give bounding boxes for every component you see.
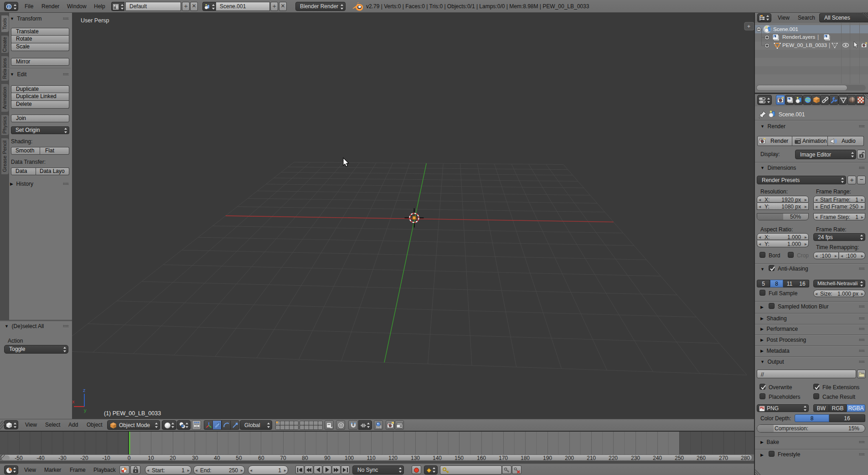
- svg-text:140: 140: [433, 455, 442, 461]
- svg-text:30: 30: [192, 455, 198, 461]
- svg-text:240: 240: [653, 455, 662, 461]
- svg-text:80: 80: [302, 455, 308, 461]
- svg-text:120: 120: [388, 455, 398, 461]
- svg-text:User Persp: User Persp: [81, 17, 109, 24]
- svg-text:(1) PEW_00_LB_0033: (1) PEW_00_LB_0033: [104, 410, 161, 417]
- svg-text:-20: -20: [80, 455, 88, 461]
- svg-text:20: 20: [170, 455, 176, 461]
- svg-text:280: 280: [741, 455, 750, 461]
- svg-text:-10: -10: [102, 455, 110, 461]
- svg-text:+: +: [747, 23, 750, 30]
- svg-text:-40: -40: [36, 455, 45, 461]
- svg-text:x: x: [72, 399, 75, 404]
- svg-text:-30: -30: [58, 455, 67, 461]
- svg-text:130: 130: [411, 455, 420, 461]
- svg-text:180: 180: [521, 455, 530, 461]
- svg-text:90: 90: [324, 455, 331, 461]
- svg-text:170: 170: [499, 455, 508, 461]
- svg-text:200: 200: [565, 455, 574, 461]
- svg-text:y: y: [84, 407, 87, 413]
- svg-text:160: 160: [477, 455, 486, 461]
- svg-text:z: z: [83, 387, 86, 393]
- svg-text:230: 230: [631, 455, 640, 461]
- svg-text:-50: -50: [15, 455, 23, 461]
- svg-text:190: 190: [543, 455, 552, 461]
- svg-text:40: 40: [214, 455, 220, 461]
- svg-text:220: 220: [609, 455, 618, 461]
- svg-text:60: 60: [258, 455, 264, 461]
- svg-text:10: 10: [148, 455, 154, 461]
- svg-text:110: 110: [367, 455, 375, 461]
- svg-text:250: 250: [675, 455, 684, 461]
- svg-text:100: 100: [345, 455, 354, 461]
- svg-text:270: 270: [719, 455, 728, 461]
- svg-text:150: 150: [455, 455, 464, 461]
- svg-text:70: 70: [280, 455, 286, 461]
- svg-text:0: 0: [128, 455, 131, 461]
- svg-text:50: 50: [236, 455, 242, 461]
- svg-text:210: 210: [587, 455, 596, 461]
- svg-text:260: 260: [697, 455, 706, 461]
